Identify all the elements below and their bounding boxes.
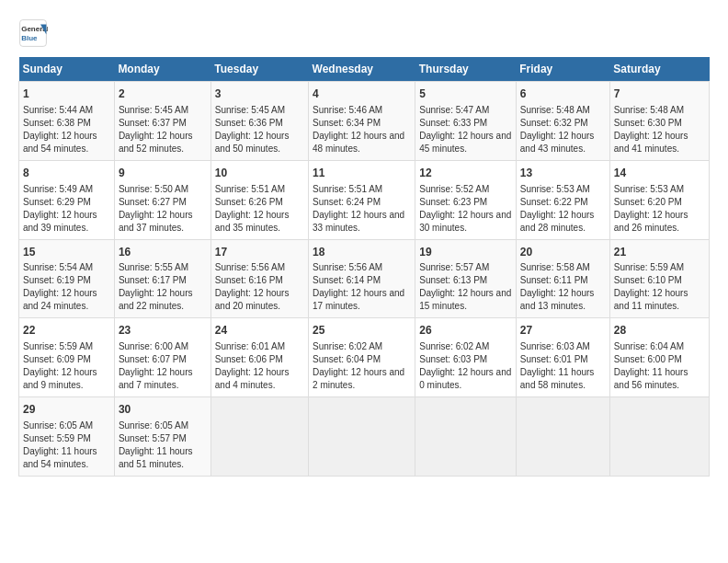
day-number: 7	[614, 86, 705, 102]
sunset-text: Sunset: 6:26 PM	[215, 197, 283, 207]
calendar-cell: 12Sunrise: 5:52 AMSunset: 6:23 PMDayligh…	[415, 160, 517, 239]
calendar-cell: 24Sunrise: 6:01 AMSunset: 6:06 PMDayligh…	[210, 318, 308, 397]
sunrise-text: Sunrise: 6:05 AM	[23, 420, 93, 431]
day-header-friday: Friday	[516, 57, 609, 82]
calendar-cell: 28Sunrise: 6:04 AMSunset: 6:00 PMDayligh…	[609, 318, 709, 397]
daylight-label: Daylight: 12 hours and 35 minutes.	[215, 210, 290, 233]
day-number: 24	[215, 323, 304, 339]
day-number: 1	[23, 86, 110, 102]
logo: General Blue	[18, 18, 51, 48]
day-header-thursday: Thursday	[415, 57, 517, 82]
day-header-tuesday: Tuesday	[210, 57, 308, 82]
day-number: 16	[119, 245, 207, 260]
day-number: 12	[419, 166, 512, 181]
calendar-cell: 1Sunrise: 5:44 AMSunset: 6:38 PMDaylight…	[19, 82, 115, 161]
calendar-cell: 18Sunrise: 5:56 AMSunset: 6:14 PMDayligh…	[309, 239, 415, 318]
calendar-cell: 14Sunrise: 5:53 AMSunset: 6:20 PMDayligh…	[609, 160, 709, 239]
day-number: 15	[23, 245, 110, 260]
calendar-week-row: 22Sunrise: 5:59 AMSunset: 6:09 PMDayligh…	[19, 318, 710, 397]
logo-icon: General Blue	[18, 18, 48, 48]
sunrise-text: Sunrise: 5:49 AM	[23, 184, 93, 194]
daylight-label: Daylight: 12 hours and 4 minutes.	[215, 367, 290, 390]
sunset-text: Sunset: 6:11 PM	[520, 275, 588, 285]
calendar-week-row: 15Sunrise: 5:54 AMSunset: 6:19 PMDayligh…	[19, 239, 710, 318]
day-header-monday: Monday	[114, 57, 210, 82]
sunset-text: Sunset: 6:19 PM	[23, 275, 91, 285]
day-number: 8	[23, 166, 110, 181]
sunrise-text: Sunrise: 5:57 AM	[419, 262, 489, 272]
day-number: 13	[520, 166, 606, 181]
sunrise-text: Sunrise: 5:52 AM	[419, 184, 489, 194]
sunset-text: Sunset: 6:37 PM	[119, 118, 187, 128]
sunset-text: Sunset: 6:23 PM	[419, 197, 487, 207]
calendar-week-row: 29Sunrise: 6:05 AMSunset: 5:59 PMDayligh…	[19, 397, 710, 477]
daylight-label: Daylight: 12 hours and 45 minutes.	[419, 131, 511, 154]
sunset-text: Sunset: 6:09 PM	[23, 354, 91, 364]
day-number: 17	[215, 245, 304, 260]
sunset-text: Sunset: 6:14 PM	[313, 275, 381, 285]
daylight-label: Daylight: 12 hours and 52 minutes.	[119, 131, 193, 154]
daylight-label: Daylight: 12 hours and 22 minutes.	[119, 288, 193, 311]
calendar-cell: 11Sunrise: 5:51 AMSunset: 6:24 PMDayligh…	[309, 160, 415, 239]
sunset-text: Sunset: 6:24 PM	[313, 197, 381, 207]
sunrise-text: Sunrise: 5:53 AM	[520, 184, 590, 194]
sunrise-text: Sunrise: 5:45 AM	[215, 105, 285, 115]
sunrise-text: Sunrise: 5:53 AM	[614, 184, 684, 194]
sunrise-text: Sunrise: 5:55 AM	[119, 262, 188, 272]
sunrise-text: Sunrise: 5:48 AM	[614, 105, 684, 115]
sunset-text: Sunset: 6:33 PM	[419, 118, 487, 128]
sunset-text: Sunset: 6:27 PM	[119, 197, 187, 207]
calendar-cell	[415, 397, 517, 477]
daylight-label: Daylight: 12 hours and 28 minutes.	[520, 210, 595, 233]
sunset-text: Sunset: 6:38 PM	[23, 118, 91, 128]
calendar-table: SundayMondayTuesdayWednesdayThursdayFrid…	[18, 57, 710, 477]
sunset-text: Sunset: 6:16 PM	[215, 275, 283, 285]
calendar-cell: 27Sunrise: 6:03 AMSunset: 6:01 PMDayligh…	[516, 318, 609, 397]
sunset-text: Sunset: 6:13 PM	[419, 275, 487, 285]
calendar-cell	[516, 397, 609, 477]
calendar-cell: 29Sunrise: 6:05 AMSunset: 5:59 PMDayligh…	[19, 397, 115, 477]
daylight-label: Daylight: 12 hours and 13 minutes.	[520, 288, 595, 311]
daylight-label: Daylight: 12 hours and 48 minutes.	[313, 131, 404, 154]
day-number: 2	[119, 86, 207, 102]
sunset-text: Sunset: 6:30 PM	[614, 118, 682, 128]
calendar-cell	[609, 397, 709, 477]
sunset-text: Sunset: 6:10 PM	[614, 275, 682, 285]
calendar-cell: 13Sunrise: 5:53 AMSunset: 6:22 PMDayligh…	[516, 160, 609, 239]
daylight-label: Daylight: 12 hours and 39 minutes.	[23, 210, 97, 233]
calendar-body: 1Sunrise: 5:44 AMSunset: 6:38 PMDaylight…	[19, 82, 710, 477]
calendar-cell: 6Sunrise: 5:48 AMSunset: 6:32 PMDaylight…	[516, 82, 609, 161]
day-header-saturday: Saturday	[609, 57, 709, 82]
calendar-cell	[309, 397, 415, 477]
day-number: 6	[520, 86, 606, 102]
sunset-text: Sunset: 6:17 PM	[119, 275, 187, 285]
daylight-label: Daylight: 12 hours and 2 minutes.	[313, 367, 404, 390]
day-number: 25	[313, 323, 411, 339]
daylight-label: Daylight: 12 hours and 0 minutes.	[419, 367, 511, 390]
sunrise-text: Sunrise: 5:50 AM	[119, 184, 188, 194]
day-number: 27	[520, 323, 606, 339]
sunrise-text: Sunrise: 6:02 AM	[419, 341, 489, 351]
day-number: 19	[419, 245, 512, 260]
day-number: 21	[614, 245, 705, 260]
day-number: 29	[23, 402, 110, 418]
sunset-text: Sunset: 6:22 PM	[520, 197, 588, 207]
calendar-cell: 2Sunrise: 5:45 AMSunset: 6:37 PMDaylight…	[114, 82, 210, 161]
sunset-text: Sunset: 6:20 PM	[614, 197, 682, 207]
sunrise-text: Sunrise: 5:59 AM	[23, 341, 93, 351]
daylight-label: Daylight: 12 hours and 43 minutes.	[520, 131, 595, 154]
sunrise-text: Sunrise: 5:47 AM	[419, 105, 489, 115]
sunrise-text: Sunrise: 6:05 AM	[119, 420, 188, 431]
calendar-cell: 9Sunrise: 5:50 AMSunset: 6:27 PMDaylight…	[114, 160, 210, 239]
calendar-cell: 19Sunrise: 5:57 AMSunset: 6:13 PMDayligh…	[415, 239, 517, 318]
sunrise-text: Sunrise: 5:54 AM	[23, 262, 93, 272]
daylight-label: Daylight: 11 hours and 54 minutes.	[23, 446, 97, 469]
calendar-cell: 26Sunrise: 6:02 AMSunset: 6:03 PMDayligh…	[415, 318, 517, 397]
daylight-label: Daylight: 12 hours and 11 minutes.	[614, 288, 688, 311]
sunrise-text: Sunrise: 5:46 AM	[313, 105, 382, 115]
sunrise-text: Sunrise: 5:44 AM	[23, 105, 93, 115]
daylight-label: Daylight: 12 hours and 17 minutes.	[313, 288, 404, 311]
calendar-cell: 8Sunrise: 5:49 AMSunset: 6:29 PMDaylight…	[19, 160, 115, 239]
daylight-label: Daylight: 12 hours and 20 minutes.	[215, 288, 290, 311]
calendar-week-row: 8Sunrise: 5:49 AMSunset: 6:29 PMDaylight…	[19, 160, 710, 239]
